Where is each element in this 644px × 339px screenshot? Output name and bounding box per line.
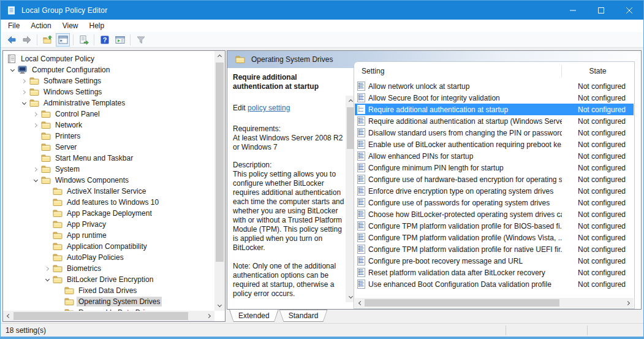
- setting-name: Configure TPM platform validation profil…: [368, 234, 562, 242]
- tree-item-computer-configuration[interactable]: Computer Configuration: [3, 64, 214, 75]
- tree-item-add-features-to-windows-10[interactable]: Add features to Windows 10: [3, 197, 214, 208]
- menu-help[interactable]: Help: [84, 20, 110, 32]
- setting-row-configure-tpm-platform-validation-profil[interactable]: Configure TPM platform validation profil…: [355, 243, 634, 255]
- tree-item-label: Local Computer Policy: [19, 54, 96, 64]
- maximize-button[interactable]: [587, 1, 615, 20]
- tree-item-software-settings[interactable]: Software Settings: [3, 75, 214, 86]
- tree-item-label: Printers: [53, 131, 82, 141]
- policy-setting-link[interactable]: policy setting: [248, 104, 290, 112]
- console-tree-icon[interactable]: [56, 33, 70, 47]
- column-header-state[interactable]: State: [561, 67, 634, 75]
- setting-row-configure-use-of-passwords-for-operating[interactable]: Configure use of passwords for operating…: [355, 197, 634, 208]
- menu-view[interactable]: View: [57, 20, 84, 32]
- tree-vertical-scrollbar[interactable]: [214, 51, 225, 311]
- description-paragraph-2: Note: Only one of the additional authent…: [233, 262, 346, 299]
- tab-standard[interactable]: Standard: [279, 310, 328, 322]
- expander-closed-icon[interactable]: [18, 86, 29, 97]
- tree-item-administrative-templates[interactable]: Administrative Templates: [3, 97, 214, 109]
- setting-row-configure-use-of-hardware-based-encrypti[interactable]: Configure use of hardware-based encrypti…: [355, 173, 634, 185]
- setting-name: Configure use of hardware-based encrypti…: [368, 175, 562, 184]
- tree-item-start-menu-and-taskbar[interactable]: Start Menu and Taskbar: [3, 153, 214, 164]
- column-header-setting[interactable]: Setting: [362, 67, 384, 75]
- setting-name: Enable use of BitLocker authentication r…: [368, 140, 562, 149]
- list-horizontal-scrollbar[interactable]: [355, 298, 634, 308]
- setting-row-configure-tpm-platform-validation-profil[interactable]: Configure TPM platform validation profil…: [355, 220, 634, 232]
- tree-item-application-compatibility[interactable]: Application Compatibility: [3, 241, 214, 252]
- setting-row-allow-network-unlock-at-startup[interactable]: Allow network unlock at startupNot confi…: [355, 80, 634, 92]
- export-list-icon[interactable]: [77, 33, 91, 47]
- tree-item-label: ActiveX Installer Service: [65, 186, 148, 196]
- tree-item-control-panel[interactable]: Control Panel: [3, 109, 214, 120]
- expander-spacer: [42, 219, 53, 230]
- tree-item-app-privacy[interactable]: App Privacy: [3, 219, 214, 230]
- setting-row-reset-platform-validation-data-after-bit[interactable]: Reset platform validation data after Bit…: [355, 267, 634, 278]
- tree-item-app-runtime[interactable]: App runtime: [3, 230, 214, 241]
- scrollbar-thumb[interactable]: [216, 63, 224, 262]
- setting-row-allow-secure-boot-for-integrity-validati[interactable]: Allow Secure Boot for integrity validati…: [355, 92, 634, 104]
- tree-item-windows-components[interactable]: Windows Components: [3, 175, 214, 186]
- show-window-icon[interactable]: [113, 33, 127, 47]
- scrollbar-thumb[interactable]: [365, 299, 559, 307]
- tree-item-biometrics[interactable]: Biometrics: [3, 263, 214, 274]
- expander-closed-icon[interactable]: [30, 164, 41, 175]
- setting-state: Not configured: [562, 117, 635, 126]
- tree-item-server[interactable]: Server: [3, 142, 214, 153]
- minimize-button[interactable]: [559, 1, 587, 20]
- tree-item-bitlocker-drive-encryption[interactable]: BitLocker Drive Encryption: [3, 274, 214, 285]
- scroll-left-icon[interactable]: [355, 298, 365, 308]
- setting-row-choose-how-bitlocker-protected-operating[interactable]: Choose how BitLocker-protected operating…: [355, 208, 634, 220]
- scroll-right-icon[interactable]: [204, 311, 214, 321]
- expander-closed-icon[interactable]: [30, 120, 41, 131]
- extended-header-title: Operating System Drives: [251, 55, 333, 64]
- expander-open-icon[interactable]: [7, 64, 18, 75]
- tree-item-local-computer-policy[interactable]: Local Computer Policy: [3, 53, 214, 64]
- expander-closed-icon[interactable]: [30, 109, 41, 120]
- setting-row-allow-enhanced-pins-for-startup[interactable]: Allow enhanced PINs for startupNot confi…: [355, 150, 634, 162]
- tree-item-printers[interactable]: Printers: [3, 131, 214, 142]
- tree-item-network[interactable]: Network: [3, 120, 214, 131]
- expander-spacer: [42, 252, 53, 263]
- tree-item-app-package-deployment[interactable]: App Package Deployment: [3, 208, 214, 219]
- expander-closed-icon[interactable]: [18, 75, 29, 86]
- filter-icon[interactable]: [134, 33, 148, 47]
- tree-horizontal-scrollbar[interactable]: [3, 311, 214, 321]
- expander-closed-icon[interactable]: [42, 263, 53, 274]
- toolbar-separator: [37, 34, 37, 45]
- tree-item-fixed-data-drives[interactable]: Fixed Data Drives: [3, 285, 214, 296]
- expander-spacer: [42, 230, 53, 241]
- setting-icon: [357, 233, 365, 242]
- close-button[interactable]: [615, 1, 643, 20]
- scrollbar-thumb[interactable]: [13, 312, 188, 320]
- scroll-left-icon[interactable]: [3, 311, 13, 321]
- menu-file[interactable]: File: [2, 20, 25, 32]
- setting-row-configure-minimum-pin-length-for-startup[interactable]: Configure minimum PIN length for startup…: [355, 162, 634, 173]
- setting-row-configure-tpm-platform-validation-profil[interactable]: Configure TPM platform validation profil…: [355, 232, 634, 243]
- tree-item-system[interactable]: System: [3, 164, 214, 175]
- forward-icon[interactable]: [20, 33, 34, 47]
- setting-row-configure-pre-boot-recovery-message-and-[interactable]: Configure pre-boot recovery message and …: [355, 255, 634, 267]
- setting-row-require-additional-authentication-at-sta[interactable]: Require additional authentication at sta…: [355, 104, 634, 115]
- setting-row-disallow-standard-users-from-changing-th[interactable]: Disallow standard users from changing th…: [355, 127, 634, 139]
- tree-item-activex-installer-service[interactable]: ActiveX Installer Service: [3, 186, 214, 197]
- tab-extended[interactable]: Extended: [229, 310, 279, 322]
- tree-item-windows-settings[interactable]: Windows Settings: [3, 86, 214, 97]
- help-icon[interactable]: ?: [97, 33, 112, 47]
- tree-item-autoplay-policies[interactable]: AutoPlay Policies: [3, 252, 214, 263]
- setting-icon: [357, 268, 365, 277]
- expander-open-icon[interactable]: [30, 175, 41, 186]
- back-icon[interactable]: [4, 33, 18, 47]
- expander-open-icon[interactable]: [18, 97, 29, 109]
- up-one-level-icon[interactable]: [40, 33, 55, 47]
- scroll-right-icon[interactable]: [623, 298, 634, 308]
- menu-action[interactable]: Action: [25, 20, 56, 32]
- description-label: Description:: [233, 161, 271, 169]
- setting-row-enforce-drive-encryption-type-on-operati[interactable]: Enforce drive encryption type on operati…: [355, 185, 634, 197]
- setting-name: Use enhanced Boot Configuration Data val…: [368, 280, 562, 289]
- tree-item-operating-system-drives[interactable]: Operating System Drives: [3, 296, 214, 307]
- expander-open-icon[interactable]: [42, 274, 53, 285]
- scroll-down-icon[interactable]: [214, 300, 225, 311]
- setting-row-require-additional-authentication-at-sta[interactable]: Require additional authentication at sta…: [355, 115, 634, 127]
- setting-row-enable-use-of-bitlocker-authentication-r[interactable]: Enable use of BitLocker authentication r…: [355, 139, 634, 150]
- scroll-up-icon[interactable]: [214, 51, 225, 61]
- setting-row-use-enhanced-boot-configuration-data-val[interactable]: Use enhanced Boot Configuration Data val…: [355, 278, 634, 290]
